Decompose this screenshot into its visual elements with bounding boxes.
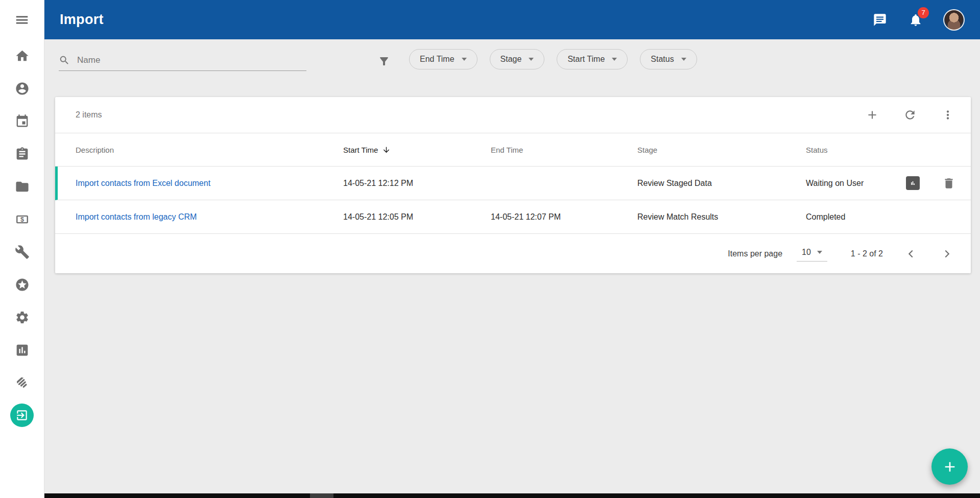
handshake-icon: [15, 375, 30, 390]
previous-page-button[interactable]: [903, 246, 919, 262]
page-size-select[interactable]: 10: [797, 246, 827, 262]
import-description-link[interactable]: Import contacts from Excel document: [76, 179, 210, 187]
sidebar-item-settings[interactable]: [0, 301, 44, 334]
column-header-start-time[interactable]: Start Time: [343, 146, 491, 154]
sort-descending-icon: [382, 146, 391, 154]
sidebar-item-billing[interactable]: $: [0, 203, 44, 235]
add-button[interactable]: [865, 107, 880, 123]
sidebar-item-reports[interactable]: [0, 334, 44, 366]
notification-badge: 7: [918, 7, 929, 18]
sidebar-item-partners[interactable]: [0, 366, 44, 399]
row-actions: [894, 176, 971, 190]
items-per-page-label: Items per page: [728, 249, 782, 258]
cell-status: Waiting on User: [806, 179, 894, 188]
next-page-button[interactable]: [939, 246, 954, 262]
column-header-description[interactable]: Description: [76, 146, 343, 154]
filter-chip-stage[interactable]: Stage: [490, 49, 545, 69]
horizontal-scrollbar[interactable]: [44, 493, 980, 498]
import-list-card: 2 items Description Start Time End Time …: [55, 97, 971, 273]
sidebar-item-import[interactable]: [0, 399, 44, 432]
chip-label: Status: [651, 55, 674, 64]
chip-label: End Time: [420, 55, 455, 64]
filter-button[interactable]: [375, 53, 393, 70]
table-row: Import contacts from Excel document 14-0…: [55, 167, 971, 200]
table-header-row: Description Start Time End Time Stage St…: [55, 133, 971, 167]
sidebar-item-calendar[interactable]: [0, 105, 44, 137]
hamburger-icon: [14, 12, 30, 28]
cell-stage: Review Match Results: [637, 212, 806, 222]
chip-label: Start Time: [567, 55, 605, 64]
folder-icon: [15, 179, 30, 194]
chevron-down-icon: [612, 58, 617, 61]
sidebar-item-documents[interactable]: [0, 170, 44, 203]
funnel-icon: [378, 55, 390, 67]
refresh-button[interactable]: [902, 107, 918, 123]
filter-chip-start-time[interactable]: Start Time: [557, 49, 628, 69]
user-avatar[interactable]: [943, 9, 965, 31]
kebab-menu-icon: [941, 108, 954, 122]
page-size-value: 10: [802, 248, 811, 257]
column-header-end-time[interactable]: End Time: [491, 146, 637, 154]
card-header: 2 items: [55, 97, 971, 133]
sidebar-nav: $: [0, 39, 44, 432]
filter-chip-end-time[interactable]: End Time: [409, 49, 477, 69]
import-description-link[interactable]: Import contacts from legacy CRM: [76, 212, 197, 221]
sidebar-item-home[interactable]: [0, 39, 44, 72]
person-icon: [15, 81, 30, 96]
sidebar: $: [0, 0, 44, 498]
items-count: 2 items: [76, 110, 102, 120]
chevron-down-icon: [462, 58, 467, 61]
gear-icon: [15, 310, 30, 325]
chevron-down-icon: [681, 58, 686, 61]
chevron-down-icon: [817, 251, 822, 254]
cell-start-time: 14-05-21 12:05 PM: [343, 212, 491, 222]
delete-button[interactable]: [942, 177, 955, 190]
cell-status: Completed: [806, 212, 894, 222]
bar-chart-icon: [15, 343, 30, 358]
pagination-bar: Items per page 10 1 - 2 of 2: [55, 234, 971, 273]
scrollbar-thumb[interactable]: [310, 493, 333, 498]
sidebar-item-favorites[interactable]: [0, 268, 44, 301]
filter-bar: End Time Stage Start Time Status: [44, 39, 980, 79]
chip-label: Stage: [500, 55, 522, 64]
svg-text:$: $: [20, 216, 23, 223]
cell-stage: Review Staged Data: [637, 179, 806, 188]
calendar-icon: [15, 114, 30, 129]
view-results-button[interactable]: [906, 176, 920, 190]
hamburger-menu-button[interactable]: [0, 0, 44, 39]
search-icon: [59, 55, 70, 66]
messages-button[interactable]: [872, 12, 888, 28]
search-input[interactable]: [77, 55, 306, 65]
home-icon: [15, 49, 30, 63]
filter-chip-status[interactable]: Status: [640, 49, 697, 69]
trash-icon: [942, 177, 955, 190]
sidebar-item-contacts[interactable]: [0, 72, 44, 105]
plus-icon: [942, 459, 958, 475]
sidebar-item-tasks[interactable]: [0, 137, 44, 170]
column-header-label: Start Time: [343, 146, 378, 154]
refresh-icon: [903, 108, 917, 122]
chat-icon: [873, 13, 887, 27]
chevron-right-icon: [941, 248, 952, 259]
more-options-button[interactable]: [940, 107, 955, 123]
clipboard-icon: [15, 147, 30, 161]
topbar-actions: 7: [872, 9, 965, 31]
active-nav-highlight: [10, 404, 34, 427]
bar-chart-icon: [909, 179, 917, 187]
plus-icon: [866, 108, 879, 122]
import-icon: [15, 409, 29, 422]
sidebar-item-tools[interactable]: [0, 235, 44, 268]
cell-end-time: 14-05-21 12:07 PM: [491, 212, 637, 222]
column-header-stage[interactable]: Stage: [637, 146, 806, 154]
wrench-icon: [15, 245, 30, 259]
notifications-button[interactable]: 7: [907, 12, 924, 28]
page-title: Import: [60, 12, 104, 28]
star-circle-icon: [15, 277, 30, 292]
search-field[interactable]: [59, 50, 306, 71]
new-import-fab[interactable]: [931, 448, 968, 485]
table-row: Import contacts from legacy CRM 14-05-21…: [55, 200, 971, 234]
cell-start-time: 14-05-21 12:12 PM: [343, 179, 491, 188]
chevron-left-icon: [905, 248, 917, 259]
money-icon: $: [15, 212, 30, 227]
column-header-status[interactable]: Status: [806, 146, 894, 154]
